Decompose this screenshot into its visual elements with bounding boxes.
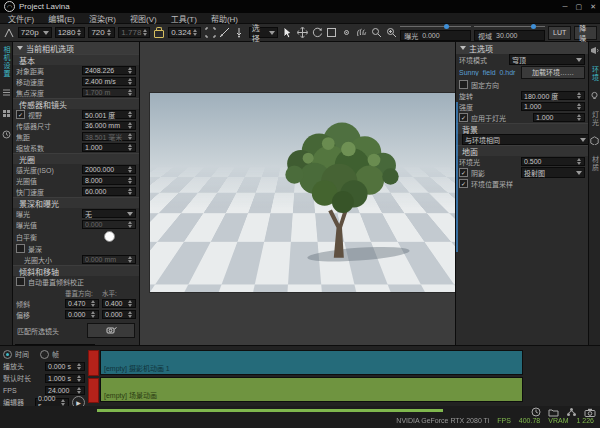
grab-camera-icon[interactable] [356,26,368,39]
resolution-width-field[interactable]: 1280 [55,27,86,38]
stepper-icon[interactable] [90,299,96,308]
number-field[interactable]: 0.400 [102,299,136,308]
stepper-icon[interactable] [192,28,198,37]
stepper-icon[interactable] [76,28,82,37]
number-field[interactable]: 36.000 mm [82,121,136,130]
menu-edit[interactable]: 编辑(E) [48,13,75,24]
scene-animation-track[interactable]: [empty] 场景动画 [100,377,523,402]
stepper-icon[interactable] [576,102,582,111]
scale-tool-icon[interactable] [326,26,338,39]
number-field[interactable]: 0.000 [102,310,136,319]
panel-header[interactable]: 主选项 [456,42,588,54]
close-button[interactable]: ✕ [590,3,596,11]
lut-button[interactable]: LUT [548,26,571,40]
playhead-marker[interactable] [88,350,99,403]
number-field[interactable]: 0.000 [65,310,99,319]
lock-aspect-icon[interactable] [153,26,165,39]
number-field[interactable]: 8.000 [82,176,136,185]
number-field[interactable]: 0.470 [65,299,99,308]
fov-checkbox[interactable] [16,110,25,119]
use-for-lights-checkbox[interactable] [459,113,468,122]
number-field[interactable]: 60.000 [82,187,136,196]
minimize-button[interactable]: ─ [563,3,568,11]
environment-mode-dropdown[interactable]: 穹顶 [509,54,585,65]
menu-view[interactable]: 视图(V) [130,13,157,24]
number-field[interactable]: 1.000 [521,102,585,111]
resolution-height-field[interactable]: 720 [88,27,115,38]
fixed-orientation-checkbox[interactable] [459,80,468,89]
importance-sampling-checkbox[interactable] [459,179,468,188]
frame-radio[interactable] [40,350,49,359]
dof-checkbox[interactable] [16,244,25,253]
number-field[interactable]: 1.000 [82,143,136,152]
clock-icon[interactable] [531,407,541,417]
stepper-icon[interactable] [127,110,133,119]
scroll-indicator[interactable] [456,102,458,252]
snap-angle-icon[interactable] [3,26,15,39]
camera-settings-tab[interactable]: 相机设置 [1,46,11,78]
number-field[interactable]: 24.000 [45,386,85,395]
zoom-in-icon[interactable] [370,26,382,39]
environment-file-link[interactable]: Sunny_field_0.hdr [459,69,518,76]
title-bar[interactable]: ◠ Project Lavina ─ ▢ ✕ [0,0,600,13]
camera-animation-track[interactable]: [empty] 摄影机动画 1 [100,350,523,375]
stepper-icon[interactable] [576,91,582,100]
stepper-icon[interactable] [127,77,133,86]
exposure-field[interactable]: 曝光0.000 [400,30,471,41]
number-field[interactable]: 1.000 s [45,374,85,383]
number-field[interactable]: 2000.000 [82,165,136,174]
number-field[interactable]: 0.000 s [45,362,85,371]
number-field[interactable]: 0.500 [521,157,585,166]
white-balance-swatch[interactable] [104,231,115,242]
materials-tab[interactable]: 材质 [590,156,600,172]
stepper-icon[interactable] [106,28,112,37]
selection-mode-dropdown[interactable]: 选择 [249,27,279,38]
number-field[interactable]: 2408.226 [82,66,136,75]
lights-icon[interactable] [590,91,599,102]
stepper-icon[interactable] [127,66,133,75]
tree-model[interactable] [262,107,422,267]
stepper-icon[interactable] [127,299,133,308]
pivot-icon[interactable] [341,26,353,39]
exposure-mode-dropdown[interactable]: 无 [82,209,136,218]
stepper-icon[interactable] [127,176,133,185]
stepper-icon[interactable] [127,165,133,174]
panel-header[interactable]: 当前相机选项 [13,42,139,54]
stepper-icon[interactable] [127,310,133,319]
move-tool-icon[interactable] [296,26,308,39]
number-field[interactable]: 180.000 度 [521,91,585,100]
snapshot-camera-icon[interactable] [584,408,596,417]
draw-region-icon[interactable] [219,26,231,39]
auto-tilt-checkbox[interactable] [16,277,25,286]
maximize-button[interactable]: ▢ [576,3,583,11]
number-field[interactable]: 1.000 [533,113,585,122]
grid-panel-icon[interactable] [2,109,11,120]
stepper-icon[interactable] [76,386,82,395]
render-image[interactable] [150,93,456,292]
stepper-icon[interactable] [576,113,582,122]
fov-slider[interactable] [474,24,545,29]
denoise-button[interactable]: 降噪 [574,26,597,40]
stepper-icon[interactable] [76,362,82,371]
render-elements-icon[interactable] [590,46,599,57]
number-field[interactable]: 50.001 度 [82,110,136,119]
scene-list-icon[interactable] [2,88,11,99]
lights-tab[interactable]: 灯光 [590,111,600,127]
stepper-icon[interactable] [127,187,133,196]
materials-icon[interactable] [590,136,599,147]
load-environment-button[interactable]: 加载环境…… [521,66,585,79]
network-icon[interactable] [566,407,577,417]
stepper-icon[interactable] [576,157,582,166]
time-radio[interactable] [3,350,12,359]
exposure-slider[interactable] [400,24,471,29]
zoom-options-icon[interactable] [385,26,397,39]
stepper-icon[interactable] [127,121,133,130]
resolution-preset-dropdown[interactable]: 720p [18,27,52,38]
number-field[interactable]: 2.400 m/s [82,77,136,86]
rotate-tool-icon[interactable] [311,26,323,39]
stepper-icon[interactable] [90,310,96,319]
background-mode-dropdown[interactable]: 与环境相同 [462,134,588,145]
stepper-icon[interactable] [76,374,82,383]
shadow-mode-dropdown[interactable]: 投射图 [521,167,585,178]
match-lens-button[interactable] [87,323,135,338]
